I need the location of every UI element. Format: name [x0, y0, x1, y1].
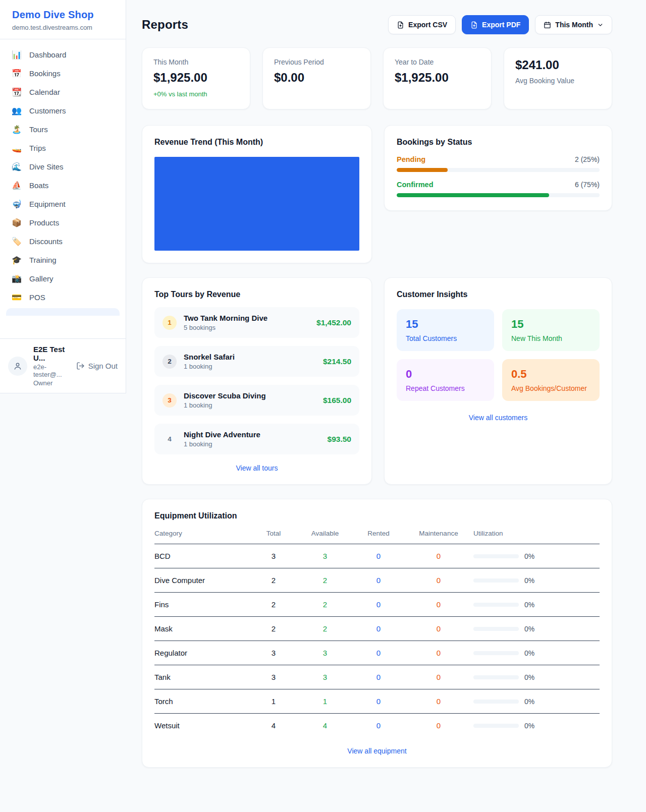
sidebar-item-discounts[interactable]: 🏷️ Discounts	[5, 232, 121, 251]
sidebar-item-tours[interactable]: 🏝️ Tours	[5, 120, 121, 139]
equipment-table: Category Total Available Rented Maintena…	[154, 530, 600, 737]
nav-item-label: Trips	[29, 144, 46, 152]
sidebar-item-products[interactable]: 📦 Products	[5, 213, 121, 232]
stat-card-this-month: This Month $1,925.00 +0% vs last month	[142, 47, 250, 109]
nav-item-icon: 📆	[11, 88, 22, 96]
tour-bookings: 5 bookings	[184, 324, 267, 331]
status-row: Pending 2 (25%)	[397, 155, 600, 172]
sidebar-item-dashboard[interactable]: 📊 Dashboard	[5, 45, 121, 64]
insight-tile: 15 Total Customers	[397, 309, 494, 351]
cell-available: 3	[297, 544, 353, 568]
tour-list-item: 1 Two Tank Morning Dive 5 bookings $1,45…	[154, 307, 359, 338]
cell-total: 2	[250, 568, 297, 593]
cell-maintenance: 0	[404, 665, 473, 689]
utilization-percent: 0%	[524, 673, 534, 681]
utilization-track	[473, 724, 519, 728]
period-dropdown[interactable]: This Month	[535, 15, 612, 34]
view-all-customers-link[interactable]: View all customers	[397, 414, 600, 422]
cell-maintenance: 0	[404, 641, 473, 665]
nav-item-label: Discounts	[29, 237, 63, 246]
table-row: BCD 3 3 0 0 0%	[154, 544, 600, 568]
sidebar-item-customers[interactable]: 👥 Customers	[5, 101, 121, 120]
cell-utilization: 0%	[473, 665, 600, 689]
insight-tiles: 15 Total Customers 15 New This Month 0 R…	[397, 309, 600, 401]
nav-item-icon: 💳	[11, 294, 22, 302]
export-pdf-label: Export PDF	[482, 21, 520, 29]
charts-row: Revenue Trend (This Month) Bookings by S…	[142, 125, 612, 263]
status-progress-fill	[397, 193, 549, 197]
export-pdf-button[interactable]: Export PDF	[462, 15, 529, 34]
tour-info: Night Dive Adventure 1 booking	[184, 430, 260, 448]
table-row: Fins 2 2 0 0 0%	[154, 593, 600, 617]
nav-item-label: Gallery	[29, 274, 53, 283]
sidebar-item-gallery[interactable]: 📸 Gallery	[5, 269, 121, 288]
insight-label: Total Customers	[406, 334, 485, 342]
stat-value: $0.00	[274, 71, 359, 85]
nav-item-label: Calendar	[29, 88, 60, 96]
revenue-trend-card: Revenue Trend (This Month)	[142, 125, 372, 263]
utilization-percent: 0%	[524, 649, 534, 657]
sidebar-item-reports-active-partial[interactable]	[6, 308, 120, 316]
nav-item-icon: 🌊	[11, 163, 22, 171]
cell-maintenance: 0	[404, 568, 473, 593]
nav-item-icon: 🏝️	[11, 126, 22, 134]
nav-item-label: Dive Sites	[29, 162, 64, 171]
sidebar-item-dive-sites[interactable]: 🌊 Dive Sites	[5, 157, 121, 176]
status-label: Confirmed	[397, 181, 434, 189]
brand: Demo Dive Shop demo.test.divestreams.com	[0, 0, 126, 39]
file-download-icon	[470, 21, 478, 29]
nav-item-label: Dashboard	[29, 50, 66, 59]
tour-revenue: $93.50	[328, 435, 351, 444]
utilization-percent: 0%	[524, 552, 534, 560]
nav-item-icon: 📅	[11, 70, 22, 78]
revenue-trend-title: Revenue Trend (This Month)	[154, 138, 359, 147]
page-title: Reports	[142, 18, 188, 32]
utilization-percent: 0%	[524, 576, 534, 585]
top-tours-title: Top Tours by Revenue	[154, 290, 359, 299]
nav-item-icon: 📸	[11, 275, 22, 283]
cell-category: Wetsuit	[154, 714, 250, 738]
stat-card-year-to-date: Year to Date $1,925.00	[383, 47, 492, 109]
view-all-equipment-link[interactable]: View all equipment	[154, 747, 600, 755]
utilization-percent: 0%	[524, 601, 534, 609]
status-row: Confirmed 6 (75%)	[397, 181, 600, 197]
chevron-down-icon	[597, 22, 604, 28]
nav-item-icon: 🚤	[11, 144, 22, 152]
insights-row: Top Tours by Revenue 1 Two Tank Morning …	[142, 277, 612, 485]
cell-total: 3	[250, 641, 297, 665]
sign-out-button[interactable]: Sign Out	[76, 362, 118, 370]
tour-list-item: 2 Snorkel Safari 1 booking $214.50	[154, 346, 359, 377]
sidebar-item-equipment[interactable]: 🤿 Equipment	[5, 195, 121, 213]
utilization-percent: 0%	[524, 698, 534, 706]
sidebar-item-bookings[interactable]: 📅 Bookings	[5, 64, 121, 83]
view-all-tours-link[interactable]: View all tours	[154, 464, 359, 472]
tour-name: Two Tank Morning Dive	[184, 314, 267, 322]
nav-item-label: Equipment	[29, 200, 66, 208]
cell-utilization: 0%	[473, 641, 600, 665]
cell-available: 2	[297, 617, 353, 641]
cell-rented: 0	[353, 665, 404, 689]
tour-list-item: 3 Discover Scuba Diving 1 booking $165.0…	[154, 385, 359, 416]
column-header-total: Total	[250, 530, 297, 544]
tour-list-item: 4 Night Dive Adventure 1 booking $93.50	[154, 424, 359, 454]
export-csv-button[interactable]: Export CSV	[388, 15, 456, 34]
header-actions: Export CSV Export PDF This Month	[388, 15, 612, 34]
cell-rented: 0	[353, 593, 404, 617]
cell-category: Tank	[154, 665, 250, 689]
export-csv-label: Export CSV	[408, 21, 447, 29]
cell-utilization: 0%	[473, 714, 600, 738]
sidebar-item-training[interactable]: 🎓 Training	[5, 251, 121, 269]
nav-item-icon: 🎓	[11, 256, 22, 264]
sidebar-item-calendar[interactable]: 📆 Calendar	[5, 83, 121, 101]
cell-maintenance: 0	[404, 689, 473, 714]
cell-available: 2	[297, 568, 353, 593]
table-header-row: Category Total Available Rented Maintena…	[154, 530, 600, 544]
sidebar-item-pos[interactable]: 💳 POS	[5, 288, 121, 307]
sidebar-item-trips[interactable]: 🚤 Trips	[5, 139, 121, 157]
cell-total: 4	[250, 714, 297, 738]
main-content: Reports Export CSV Export PDF This Month…	[126, 0, 646, 788]
bookings-by-status-card: Bookings by Status Pending 2 (25%)	[384, 125, 612, 211]
stat-label: This Month	[153, 58, 239, 66]
sidebar-item-boats[interactable]: ⛵ Boats	[5, 176, 121, 195]
insight-tile: 0 Repeat Customers	[397, 359, 494, 401]
